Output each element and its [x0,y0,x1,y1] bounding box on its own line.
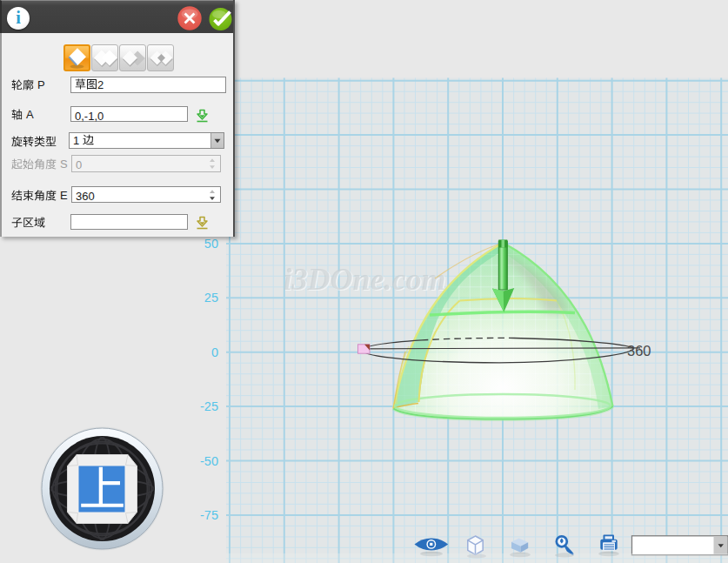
svg-text:25: 25 [204,291,218,305]
svg-text:0: 0 [211,345,218,359]
svg-text:360: 360 [627,343,651,359]
svg-text:50: 50 [204,237,218,251]
svg-text:i3DOne.com: i3DOne.com [284,262,446,297]
svg-text:S: S [60,158,68,171]
svg-text:-75: -75 [200,508,218,522]
svg-text:P: P [37,78,45,91]
svg-text:-50: -50 [200,454,218,468]
svg-text:-25: -25 [200,399,218,413]
svg-text:E: E [60,189,68,202]
svg-text:A: A [26,108,34,121]
